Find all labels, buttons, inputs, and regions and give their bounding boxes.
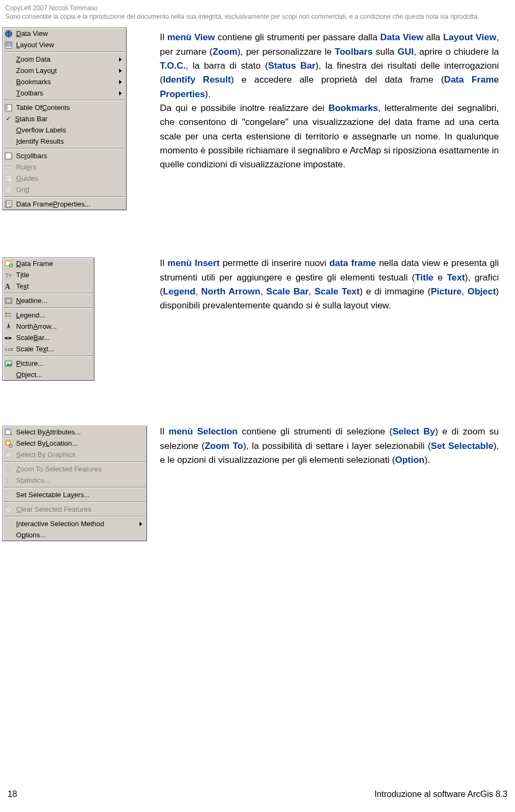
menu-item-label: Data Frame Properties... [16, 199, 122, 210]
menu-item-label: Scale Text... [16, 344, 90, 355]
header-line1: CopyLeft 2007 Niccoli Tommaso [5, 4, 510, 13]
menu-item-label: Options... [16, 530, 142, 541]
menu-item[interactable]: Set Selectable Layers... [3, 489, 146, 500]
menu-item-label: Scale Bar... [16, 333, 90, 343]
menu-item-label: Interactive Selection Method [16, 519, 132, 529]
legend-icon [4, 311, 13, 320]
ruler-icon [4, 163, 13, 172]
north-icon [4, 322, 13, 331]
toc-icon [4, 104, 13, 112]
menu-item-label: Zoom Layout [16, 65, 112, 76]
menu-item[interactable]: Zoom Data [3, 54, 126, 65]
zoomsel-icon [4, 465, 13, 474]
selection-menu: Select By Attributes...Select By Locatio… [2, 426, 147, 541]
menu-item-label: Scrollbars [16, 151, 122, 161]
clear-icon [4, 505, 13, 514]
menu-item[interactable]: Text [3, 280, 94, 292]
insert-menu: Data FrameTitleTextNeatline...Legend...N… [2, 257, 94, 381]
submenu-arrow-icon [119, 80, 122, 84]
menu-item-label: Status Bar [15, 114, 122, 124]
menu-item[interactable]: Neatline... [3, 295, 94, 306]
submenu-arrow-icon [119, 69, 122, 73]
menu-item-label: Overflow Labels [16, 125, 122, 136]
doc-title: Introduzione al software ArcGis 8.3 [374, 788, 507, 801]
menu-item[interactable]: Legend... [3, 309, 94, 321]
menu-item[interactable]: Select By Location... [3, 438, 146, 449]
menu-item[interactable]: Picture... [3, 358, 94, 369]
menu-item-label: Data Frame [16, 259, 90, 269]
menu-item[interactable]: ✓Status Bar [3, 113, 126, 124]
menu-item-label: Object... [16, 370, 90, 380]
menu-item: Statistics... [3, 475, 146, 486]
menu-item-label: Identify Results [16, 136, 122, 147]
menu-item-label: Rulers [16, 162, 122, 173]
copyleft-header: CopyLeft 2007 Niccoli Tommaso Sono conse… [0, 0, 515, 21]
scaletext-icon [4, 345, 13, 353]
menu-item[interactable]: Identify Results [3, 136, 126, 147]
menu-item-label: Grid [16, 184, 122, 195]
menu-item[interactable]: Zoom Layout [3, 65, 126, 76]
menu-item[interactable]: Overflow Labels [3, 124, 126, 136]
menu-item-label: Guides [16, 173, 122, 184]
menu-item-label: Statistics... [16, 475, 142, 486]
menu-item[interactable]: Data View [3, 28, 126, 39]
menu-item[interactable]: Layout View [3, 39, 126, 50]
submenu-arrow-icon [139, 522, 142, 526]
menu-item[interactable]: Scale Text... [3, 343, 94, 355]
picture-icon [4, 359, 13, 368]
menu-item-label: Picture... [16, 358, 90, 369]
selattr-icon [4, 428, 13, 437]
menu-item[interactable]: Options... [3, 529, 146, 541]
menu-item-label: Zoom Data [16, 54, 112, 65]
view-menu: Data ViewLayout ViewZoom DataZoom Layout… [2, 27, 127, 210]
menu-item: Clear Selected Features [3, 504, 146, 515]
menu-item[interactable]: Select By Attributes... [3, 426, 146, 438]
paragraph-insert: Il menù Insert permette di inserire nuov… [160, 256, 499, 313]
globe-icon [4, 29, 13, 38]
menu-item: Zoom To Selected Features [3, 463, 146, 475]
paragraph-view: Il menù View contiene gli strumenti per … [160, 31, 499, 172]
stats-icon [4, 476, 13, 485]
props-icon [4, 200, 13, 209]
menu-item[interactable]: Object... [3, 369, 94, 380]
submenu-arrow-icon [119, 91, 122, 95]
menu-item[interactable]: Table Of Contents [3, 102, 126, 113]
menu-item[interactable]: Toolbars [3, 87, 126, 99]
menu-item[interactable]: Title [3, 269, 94, 280]
guides-icon [4, 174, 13, 183]
menu-item: Select By Graphics [3, 449, 146, 460]
menu-item-label: Text [16, 281, 90, 292]
menu-item-label: Clear Selected Features [16, 504, 142, 515]
menu-item[interactable]: Data Frame [3, 258, 94, 269]
menu-item-label: Select By Attributes... [16, 427, 142, 438]
grid-icon [4, 186, 13, 194]
menu-item[interactable]: Bookmarks [3, 76, 126, 87]
menu-item-label: Title [16, 270, 90, 280]
menu-item-label: Toolbars [16, 88, 112, 99]
page-footer: 18 Introduzione al software ArcGis 8.3 [0, 788, 515, 801]
menu-item-label: Select By Location... [16, 438, 142, 449]
menu-item[interactable]: North Arrow... [3, 321, 94, 332]
menu-item[interactable]: Scale Bar... [3, 332, 94, 343]
menu-item-label: Layout View [16, 40, 122, 50]
menu-item-label: Set Selectable Layers... [16, 490, 142, 500]
layout-icon [4, 41, 13, 49]
page-number: 18 [8, 788, 17, 801]
menu-item-label: Select By Graphics [16, 449, 142, 460]
menu-item[interactable]: Scrollbars [3, 150, 126, 161]
title-icon [4, 271, 13, 279]
scroll-icon [4, 152, 13, 160]
menu-item[interactable]: Interactive Selection Method [3, 518, 146, 529]
dataframe-icon [4, 260, 13, 268]
menu-item-label: North Arrow... [16, 321, 90, 332]
selgfx-icon [4, 451, 13, 459]
scalebar-icon [4, 334, 13, 342]
menu-item-label: Table Of Contents [16, 102, 122, 113]
menu-item-label: Neatline... [16, 296, 90, 306]
menu-item-label: Bookmarks [16, 77, 112, 87]
header-line2: Sono consentite la copia e la riproduzio… [5, 13, 510, 21]
menu-item: Rulers [3, 161, 126, 173]
menu-item[interactable]: Data Frame Properties... [3, 198, 126, 210]
paragraph-selection: Il menù Selection contiene gli strumenti… [160, 425, 499, 467]
menu-item-label: Zoom To Selected Features [16, 464, 142, 475]
